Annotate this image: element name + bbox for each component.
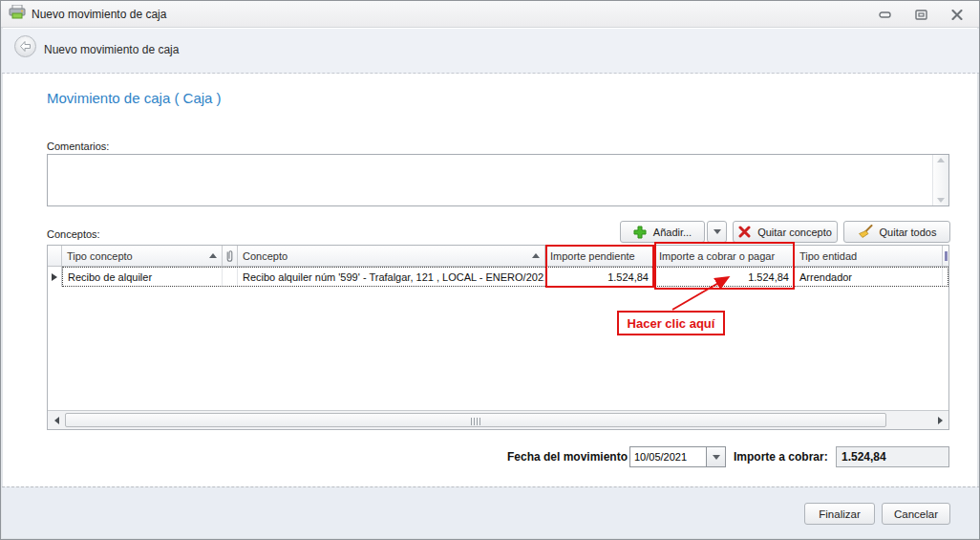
remove-concept-button[interactable]: Quitar concepto (733, 221, 838, 243)
navigation-banner: Nuevo movimiento de caja (2, 29, 980, 74)
add-button[interactable]: Añadir... (620, 221, 705, 243)
chevron-down-icon (713, 455, 720, 460)
annotation-callout: Hacer clic aquí (617, 311, 725, 335)
selected-row-body: Recibo de alquiler Recibo alquiler núm '… (62, 267, 948, 287)
sort-ascending-icon (532, 253, 540, 258)
banner-title: Nuevo movimiento de caja (44, 43, 179, 56)
row-indicator-header (48, 246, 62, 266)
truncated-icon (945, 251, 948, 261)
add-button-label: Añadir... (653, 227, 692, 238)
grid-header-row: Tipo concepto Concepto Importe pendiente… (48, 246, 948, 267)
scrollbar-grip-icon (470, 412, 481, 429)
broom-icon (858, 225, 873, 239)
back-arrow-icon (19, 40, 32, 53)
column-header-label: Tipo concepto (67, 250, 133, 262)
column-header-tipo-entidad[interactable]: Tipo entidad (795, 246, 943, 266)
minimize-icon (879, 11, 891, 18)
cell-importe-cobrar[interactable]: 1.524,84 (654, 268, 795, 286)
grid-empty-area (48, 287, 948, 389)
concepts-grid: Tipo concepto Concepto Importe pendiente… (47, 245, 949, 430)
dialog-window: Nuevo movimiento de caja (0, 0, 980, 540)
sort-ascending-icon (209, 253, 217, 258)
scroll-down-icon (937, 198, 945, 203)
scroll-right-icon (938, 417, 943, 424)
scroll-left-button[interactable] (50, 414, 63, 427)
column-header-importe-cobrar[interactable]: Importe a cobrar o pagar (654, 246, 795, 266)
cell-tipo-entidad[interactable]: Arrendador (795, 268, 943, 286)
table-row[interactable]: Recibo de alquiler Recibo alquiler núm '… (48, 267, 948, 287)
maximize-button[interactable] (912, 7, 929, 22)
comments-label: Comentarios: (47, 140, 109, 152)
printer-icon (9, 5, 26, 23)
remove-all-label: Quitar todos (880, 227, 937, 238)
add-dropdown-button[interactable] (707, 221, 727, 243)
chevron-down-icon (714, 229, 721, 234)
column-header-label: Tipo entidad (799, 250, 857, 262)
column-header-tipo-concepto[interactable]: Tipo concepto (62, 246, 223, 266)
cell-concepto[interactable]: Recibo alquiler núm '599' - Trafalgar, 1… (238, 268, 545, 286)
scroll-right-button[interactable] (933, 414, 947, 427)
movement-date-label: Fecha del movimiento (507, 450, 628, 464)
truncated-column-header (943, 246, 948, 266)
remove-concept-label: Quitar concepto (757, 227, 832, 238)
column-header-concepto[interactable]: Concepto (238, 246, 545, 266)
annotation-label: Hacer clic aquí (628, 316, 715, 331)
minimize-button[interactable] (876, 7, 893, 22)
red-x-icon (738, 226, 751, 238)
column-header-attachment[interactable] (223, 246, 238, 266)
finish-button[interactable]: Finalizar (804, 503, 875, 525)
column-header-importe-pendiente[interactable]: Importe pendiente (545, 246, 654, 266)
date-dropdown-button[interactable] (706, 446, 726, 467)
plus-icon (633, 226, 647, 239)
paperclip-icon (225, 249, 234, 263)
comments-container (47, 154, 949, 206)
window-title: Nuevo movimiento de caja (32, 8, 166, 21)
close-button[interactable] (948, 7, 966, 22)
close-icon (951, 10, 963, 20)
column-header-label: Importe a cobrar o pagar (659, 250, 775, 262)
scrollbar-thumb[interactable] (65, 413, 886, 427)
title-bar[interactable]: Nuevo movimiento de caja (1, 1, 979, 28)
comments-input[interactable] (48, 155, 932, 205)
horizontal-scrollbar[interactable] (48, 410, 948, 429)
cell-importe-pendiente[interactable]: 1.524,84 (545, 268, 654, 286)
comments-scrollbar[interactable] (932, 155, 948, 205)
maximize-icon (915, 10, 927, 20)
amount-label: Importe a cobrar: (734, 450, 828, 464)
movement-date-input[interactable] (629, 446, 706, 467)
scroll-left-icon (54, 417, 59, 424)
cell-tipo-concepto[interactable]: Recibo de alquiler (63, 268, 223, 286)
scroll-up-icon (937, 158, 945, 162)
dialog-footer: Finalizar Cancelar (2, 486, 980, 538)
amount-input[interactable] (836, 446, 949, 467)
cell-attachment[interactable] (223, 268, 238, 286)
row-indicator-cell (48, 267, 62, 287)
concepts-label: Conceptos: (47, 228, 100, 240)
column-header-label: Importe pendiente (550, 250, 635, 262)
remove-all-button[interactable]: Quitar todos (843, 221, 950, 243)
column-header-label: Concepto (243, 250, 288, 262)
truncated-cell (943, 268, 947, 286)
cancel-button[interactable]: Cancelar (882, 503, 950, 525)
page-title: Movimiento de caja ( Caja ) (47, 90, 222, 106)
row-pointer-icon (52, 273, 57, 281)
back-button[interactable] (14, 35, 36, 57)
